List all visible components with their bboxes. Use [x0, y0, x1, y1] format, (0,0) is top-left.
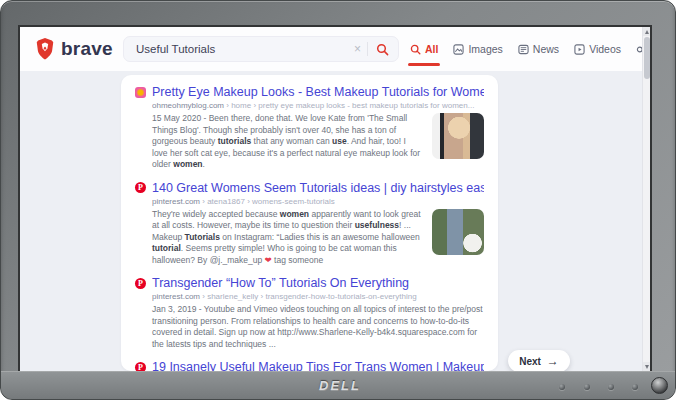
screen: brave × All	[18, 25, 652, 373]
result-snippet: They're widely accepted because women ap…	[152, 209, 422, 267]
result-body: Jan 3, 2019 - Youtube and Vimeo videos t…	[152, 304, 484, 350]
results-area: Pretty Eye Makeup Looks - Best Makeup Tu…	[20, 71, 650, 373]
scroll-up-button[interactable]	[643, 27, 651, 36]
tab-label: Videos	[589, 43, 621, 55]
result-snippet: Jan 3, 2019 - Youtube and Vimeo videos t…	[152, 304, 484, 350]
snippet-text: tag someone	[272, 255, 324, 265]
brave-logo-text: brave	[61, 38, 113, 60]
clear-icon[interactable]: ×	[348, 43, 367, 55]
result-title[interactable]: 19 Insanely Useful Makeup Tips For Trans…	[152, 360, 484, 371]
heart-icon: ❤	[265, 255, 272, 265]
tab-all[interactable]: All	[410, 27, 438, 71]
result-title[interactable]: 140 Great Womens Seem Tutorials ideas | …	[152, 181, 484, 195]
results-list: Pretty Eye Makeup Looks - Best Makeup Tu…	[135, 85, 484, 371]
result-thumbnail[interactable]	[432, 209, 484, 255]
snippet-bold-text: tutorial	[152, 243, 181, 253]
snippet-text: They're widely accepted because	[152, 209, 280, 219]
tab-news[interactable]: News	[518, 27, 559, 71]
result-path: › home › pretty eye makeup looks - best …	[226, 101, 474, 110]
snippet-text: that any woman can	[251, 136, 332, 146]
search-result: Transgender “How To” Tutorials On Everyt…	[135, 276, 484, 350]
snippet-bold-text: women	[173, 159, 202, 169]
result-path: › sharlene_kelly › transgender-how-to-tu…	[202, 292, 416, 301]
monitor-frame: brave × All	[0, 0, 676, 400]
result-header: Transgender “How To” Tutorials On Everyt…	[135, 276, 484, 290]
video-icon	[574, 44, 585, 55]
flower-icon	[135, 87, 146, 98]
search-tabs: All Images News	[410, 27, 652, 71]
snippet-text: Jan 3, 2019 - Youtube and Vimeo videos t…	[152, 304, 483, 349]
result-header: 19 Insanely Useful Makeup Tips For Trans…	[135, 360, 484, 371]
search-result: 140 Great Womens Seem Tutorials ideas | …	[135, 181, 484, 267]
result-body: 15 May 2020 - Been there, done that. We …	[152, 113, 484, 171]
brave-shield-icon	[34, 37, 56, 61]
snippet-text: on Instagram: “Ladies this is an awesome…	[220, 232, 420, 242]
dell-logo: DELL	[319, 378, 361, 393]
snippet-bold-text: use	[332, 136, 347, 146]
result-snippet: 15 May 2020 - Been there, done that. We …	[152, 113, 422, 171]
tab-label: News	[533, 43, 559, 55]
result-body: They're widely accepted because women ap…	[152, 209, 484, 267]
triangle-up-icon	[645, 30, 649, 34]
search-result: Pretty Eye Makeup Looks - Best Makeup Tu…	[135, 85, 484, 171]
snippet-bold-text: women	[280, 209, 309, 219]
result-header: 140 Great Womens Seem Tutorials ideas | …	[135, 181, 484, 195]
monitor-button-1[interactable]	[559, 384, 565, 390]
search-input[interactable]	[124, 43, 348, 55]
result-breadcrumb: pinterest.com › sharlene_kelly › transge…	[152, 292, 484, 301]
monitor-button-2[interactable]	[584, 384, 590, 390]
browser-header: brave × All	[20, 27, 650, 71]
search-result: 19 Insanely Useful Makeup Tips For Trans…	[135, 360, 484, 371]
pinterest-icon	[135, 278, 146, 289]
snippet-bold-text: usefulness	[355, 220, 399, 230]
result-breadcrumb: pinterest.com › atena1867 › womens-seem-…	[152, 197, 484, 206]
image-icon	[453, 44, 464, 55]
results-card: Pretty Eye Makeup Looks - Best Makeup Tu…	[121, 75, 498, 371]
monitor-button-4[interactable]	[632, 384, 638, 390]
monitor-button-3[interactable]	[608, 384, 614, 390]
tab-images[interactable]: Images	[453, 27, 502, 71]
search-submit-icon[interactable]	[368, 43, 398, 56]
snippet-bold-text: tutorials	[218, 136, 252, 146]
next-label: Next	[519, 356, 541, 367]
scroll-down-button[interactable]	[643, 362, 651, 371]
next-page-button[interactable]: Next →	[508, 350, 570, 372]
result-path: › atena1867 › womens-seem-tutorials	[202, 197, 335, 206]
monitor-bottom-bezel: DELL	[1, 371, 675, 399]
result-header: Pretty Eye Makeup Looks - Best Makeup Tu…	[135, 85, 484, 99]
result-domain: pinterest.com	[152, 292, 200, 301]
result-thumbnail[interactable]	[432, 113, 484, 159]
triangle-down-icon	[645, 365, 649, 369]
snippet-text: .	[203, 159, 205, 169]
tab-videos[interactable]: Videos	[574, 27, 621, 71]
result-domain: pinterest.com	[152, 197, 200, 206]
result-breadcrumb: ohmeohmyblog.com › home › pretty eye mak…	[152, 101, 484, 110]
monitor-power-button[interactable]	[651, 377, 668, 394]
snippet-bold-text: Tutorials	[185, 232, 220, 242]
pinterest-icon	[135, 182, 146, 193]
search-box[interactable]: ×	[123, 36, 399, 62]
result-title[interactable]: Transgender “How To” Tutorials On Everyt…	[152, 276, 409, 290]
arrow-right-icon: →	[547, 355, 559, 367]
result-title[interactable]: Pretty Eye Makeup Looks - Best Makeup Tu…	[152, 85, 484, 99]
news-icon	[518, 44, 529, 55]
tab-label: Images	[468, 43, 502, 55]
scrollbar-thumb[interactable]	[644, 37, 650, 79]
scrollbar[interactable]	[642, 27, 650, 371]
search-icon	[410, 44, 421, 55]
brave-logo[interactable]: brave	[34, 37, 113, 61]
result-domain: ohmeohmyblog.com	[152, 101, 224, 110]
pinterest-icon	[135, 362, 146, 372]
tab-label: All	[425, 43, 438, 55]
